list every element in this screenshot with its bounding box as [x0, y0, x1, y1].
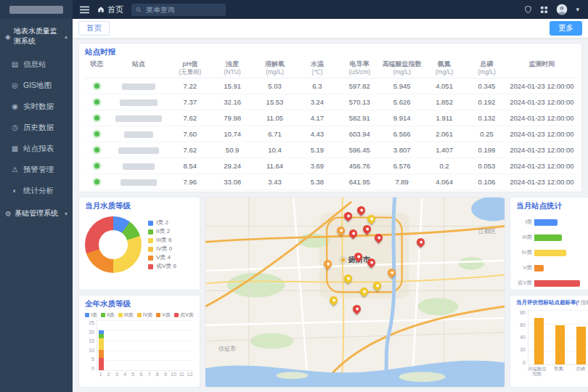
legend-item[interactable]: II类 2: [148, 227, 176, 236]
time-cell: 2024-01-23 12:00:00: [508, 78, 576, 94]
table-row[interactable]: 7.6250.910.45.19596.453.8071.4070.199202…: [85, 142, 576, 158]
value-cell: 6.576: [380, 158, 422, 173]
donut-ring[interactable]: [85, 216, 142, 273]
sidebar-group-water-system[interactable]: ◈ 地表水质量监测系统 ▴: [0, 19, 73, 54]
legend-item[interactable]: 劣V类: [174, 311, 194, 319]
map-panel[interactable]: 扬州市江都区仪征市: [205, 197, 505, 388]
stack-segment[interactable]: [99, 338, 104, 351]
column-header: 氨氮(mg/L): [423, 59, 465, 78]
column-unit: (℃): [297, 68, 338, 76]
legend-item[interactable]: III类: [118, 311, 134, 319]
month-grade-panel: 当月水质等级 I类 2II类 2III类 6IV类 0V类 4劣V类 6: [78, 197, 200, 290]
sidebar-item-info-board[interactable]: ▤信息站: [0, 54, 73, 75]
legend-item[interactable]: III类 6: [148, 236, 176, 245]
column-unit: (uS/cm): [339, 68, 380, 76]
bar[interactable]: [534, 318, 544, 364]
table-row[interactable]: 7.6010.746.714.43603.946.5662.0610.25202…: [85, 126, 576, 142]
status-cell: [85, 126, 108, 142]
table-row[interactable]: 7.9633.083.435.38641.957.894.0640.106202…: [85, 173, 576, 189]
alert-manage-icon: ⚠: [11, 166, 19, 173]
bar-track: [534, 280, 585, 287]
sidebar-item-stats-analysis[interactable]: ◐统计分析: [0, 180, 73, 201]
menu-search[interactable]: [131, 4, 226, 16]
legend-item[interactable]: V类: [156, 311, 171, 319]
bar-track: [534, 265, 585, 271]
sidebar-menu: ▤信息站◎GIS地图◉实时数据◷历史数据▦站点报表⚠预警管理◐统计分析: [0, 54, 73, 201]
bar[interactable]: [534, 265, 544, 271]
sidebar-item-station-report[interactable]: ▦站点报表: [0, 138, 73, 159]
bar[interactable]: [534, 234, 562, 241]
breadcrumb-home-label: 首页: [107, 4, 123, 15]
legend-item[interactable]: V类 4: [148, 253, 176, 262]
column-unit: [509, 68, 575, 76]
sidebar-item-history-data[interactable]: ◷历史数据: [0, 117, 73, 138]
status-dot-normal: [94, 115, 99, 121]
table-row[interactable]: 7.3732.1615.533.24570.135.6261.8520.1922…: [85, 94, 576, 110]
column-unit: [109, 68, 168, 76]
sidebar-group-base-system[interactable]: ⚙ 基础管理系统 ▾: [0, 201, 73, 226]
hbar-row: III类: [516, 234, 585, 241]
station-cell: [108, 78, 168, 94]
bar[interactable]: [555, 325, 565, 364]
stack-segment[interactable]: [99, 358, 104, 370]
hamburger-menu-icon[interactable]: [80, 6, 89, 14]
indicator-label[interactable]: 指标: [581, 299, 588, 306]
search-input[interactable]: [144, 5, 221, 15]
value-cell: 3.69: [296, 158, 338, 173]
tab-home[interactable]: 首页: [78, 21, 110, 36]
bar[interactable]: [534, 219, 558, 226]
avatar[interactable]: [556, 4, 568, 15]
breadcrumb-home[interactable]: 首页: [97, 4, 123, 15]
left-chart-column: 当月水质等级 I类 2II类 2III类 6IV类 0V类 4劣V类 6 全年水…: [78, 197, 200, 388]
bar-plot: [528, 310, 588, 365]
bar-track: [534, 250, 585, 256]
y-tick-label: 60: [516, 322, 526, 327]
status-cell: [85, 110, 108, 126]
shield-icon[interactable]: [524, 5, 532, 14]
home-icon: [97, 6, 105, 13]
value-cell: 6.3: [296, 78, 338, 94]
legend-item[interactable]: I类: [85, 311, 97, 319]
legend-label: I类 2: [156, 219, 168, 227]
legend-label: IV类 0: [156, 245, 172, 253]
legend-item[interactable]: I类 2: [148, 219, 176, 227]
sidebar-group-label: 基础管理系统: [15, 208, 58, 219]
status-dot-normal: [94, 179, 99, 184]
value-cell: 0.106: [465, 173, 508, 189]
value-cell: 0.199: [465, 142, 508, 158]
bar[interactable]: [534, 280, 580, 287]
table-row[interactable]: 8.5429.2411.643.69456.766.5760.20.053202…: [85, 158, 576, 173]
legend-item[interactable]: II类: [101, 311, 115, 319]
apps-grid-icon[interactable]: [540, 6, 548, 14]
column-name: 站点: [109, 60, 168, 68]
search-icon: [136, 7, 142, 13]
sidebar-item-alert-manage[interactable]: ⚠预警管理: [0, 159, 73, 180]
month-column: [162, 320, 170, 370]
sidebar-item-realtime-data[interactable]: ◉实时数据: [0, 96, 73, 117]
hbar-chart: I类III类IV类V类劣V类: [516, 219, 588, 287]
hbar-row: I类: [516, 219, 585, 226]
column-header: 高锰酸盐指数(mg/L): [380, 59, 422, 78]
stack-segment[interactable]: [99, 350, 104, 358]
column-unit: (NTU): [212, 68, 253, 76]
map-canvas[interactable]: [205, 197, 505, 387]
more-button[interactable]: 更多: [550, 21, 582, 36]
x-axis-labels: 高锰酸盐指数氨氮总磷: [526, 366, 588, 377]
stats-analysis-icon: ◐: [11, 187, 19, 195]
bar[interactable]: [534, 250, 566, 256]
table-row[interactable]: 7.6279.9811.054.17582.919.9141.9110.1322…: [85, 110, 576, 126]
sidebar-item-gis-map[interactable]: ◎GIS地图: [0, 75, 73, 96]
legend-item[interactable]: 劣V类 6: [148, 262, 176, 271]
user-dropdown-caret-icon[interactable]: ▾: [576, 7, 579, 13]
value-cell: 32.16: [211, 94, 253, 110]
table-row[interactable]: 7.2215.915.036.3597.825.9454.0510.345202…: [85, 78, 576, 94]
bar[interactable]: [576, 327, 586, 364]
legend-item[interactable]: IV类: [137, 311, 153, 319]
legend-item[interactable]: IV类 0: [148, 245, 176, 253]
status-cell: [85, 78, 108, 94]
gis-map-icon: ◎: [11, 81, 19, 89]
legend-label: 劣V类 6: [156, 262, 176, 271]
status-dot-normal: [94, 83, 99, 89]
column-unit: [86, 68, 107, 76]
value-cell: 7.89: [380, 173, 422, 189]
